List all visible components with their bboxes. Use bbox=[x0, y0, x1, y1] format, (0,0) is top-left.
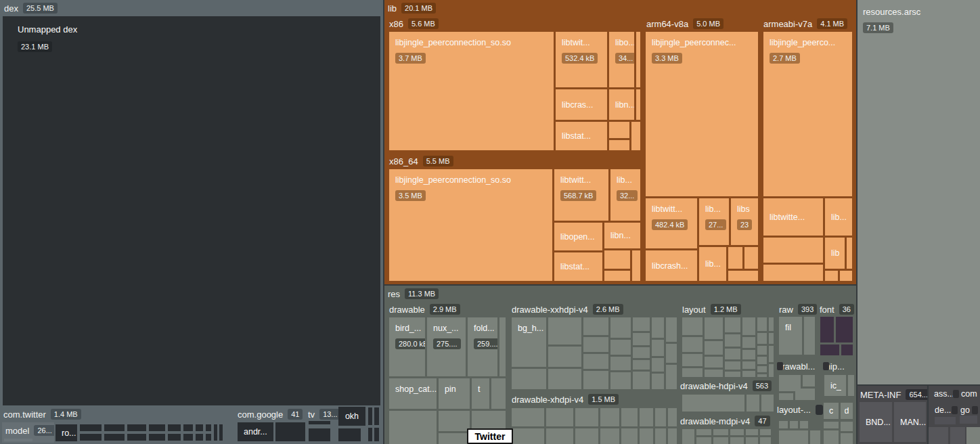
treemap-cell[interactable] bbox=[779, 430, 808, 444]
treemap-cell[interactable] bbox=[760, 429, 771, 435]
treemap-cell[interactable] bbox=[104, 424, 125, 431]
treemap-cell[interactable] bbox=[935, 417, 956, 424]
treemap-cell[interactable] bbox=[682, 368, 703, 377]
treemap-cell[interactable] bbox=[682, 337, 703, 352]
cell-x8664-libstat[interactable]: libstat... bbox=[554, 252, 602, 281]
treemap-cell[interactable] bbox=[439, 411, 470, 431]
treemap-cell[interactable] bbox=[600, 428, 619, 444]
cell-x8664-libjingle[interactable]: libjingle_peerconnection_so.so 3.5 MB bbox=[389, 169, 552, 281]
treemap-cell[interactable] bbox=[960, 416, 977, 424]
cell-shop-cat[interactable]: shop_cat... bbox=[389, 378, 437, 409]
treemap-cell[interactable] bbox=[4, 439, 32, 441]
treemap-cell[interactable] bbox=[575, 428, 598, 444]
treemap-cell[interactable] bbox=[728, 247, 742, 269]
treemap-cell[interactable] bbox=[769, 333, 774, 344]
treemap-cell[interactable] bbox=[600, 408, 619, 426]
treemap-cell[interactable] bbox=[512, 408, 544, 426]
treemap-cell[interactable] bbox=[760, 437, 771, 444]
treemap-cell[interactable] bbox=[548, 317, 581, 345]
treemap-cell[interactable] bbox=[803, 375, 815, 386]
treemap-cell[interactable] bbox=[640, 428, 653, 444]
treemap-cell[interactable] bbox=[744, 247, 758, 269]
treemap-cell[interactable] bbox=[950, 427, 965, 444]
treemap-cell[interactable] bbox=[666, 365, 677, 389]
region-raw-header[interactable]: raw 393 bbox=[779, 303, 817, 315]
treemap-cell[interactable] bbox=[636, 89, 640, 120]
cell-bird[interactable]: bird_... 280.0 kB bbox=[389, 317, 425, 376]
treemap-cell[interactable] bbox=[548, 369, 581, 389]
treemap-cell[interactable] bbox=[127, 424, 146, 431]
treemap-cell[interactable] bbox=[149, 424, 165, 431]
cell-arm64-libs[interactable]: libs 23 bbox=[731, 198, 758, 245]
cell-pin[interactable]: pin bbox=[439, 378, 470, 409]
treemap-cell[interactable] bbox=[633, 347, 650, 358]
region-lib-header[interactable]: lib 20.1 MB bbox=[388, 2, 436, 14]
treemap-cell[interactable] bbox=[742, 350, 755, 359]
treemap-cell[interactable] bbox=[583, 371, 608, 389]
treemap-cell[interactable] bbox=[769, 346, 774, 362]
region-mdpi-header[interactable]: drawable-mdpi-v4 47 bbox=[680, 415, 770, 427]
cell-arm64-lib2[interactable]: lib... bbox=[699, 247, 726, 281]
cell-ro[interactable]: ro... bbox=[55, 424, 77, 441]
treemap-cell[interactable] bbox=[609, 140, 629, 150]
treemap-cell[interactable] bbox=[652, 317, 664, 338]
treemap-cell[interactable] bbox=[655, 428, 666, 444]
treemap-cell[interactable] bbox=[929, 427, 948, 444]
cell-d[interactable]: d bbox=[841, 403, 853, 419]
treemap-cell[interactable] bbox=[666, 317, 677, 342]
cell-man[interactable]: MAN... bbox=[894, 402, 926, 442]
region-model[interactable]: model 26... bbox=[2, 422, 54, 443]
cell-x8664-libtwitt[interactable]: libtwitt... 568.7 kB bbox=[554, 169, 608, 221]
treemap-cell[interactable] bbox=[499, 317, 506, 376]
treemap-cell[interactable] bbox=[183, 424, 193, 431]
cell-andr[interactable]: andr... bbox=[238, 422, 273, 441]
treemap-cell[interactable] bbox=[633, 372, 650, 389]
treemap-cell[interactable] bbox=[652, 340, 664, 356]
treemap-cell[interactable] bbox=[275, 422, 305, 441]
treemap-cell[interactable] bbox=[548, 347, 581, 367]
treemap-cell[interactable] bbox=[610, 372, 631, 389]
treemap-cell[interactable] bbox=[682, 429, 694, 444]
treemap-cell[interactable] bbox=[168, 424, 181, 431]
treemap-cell[interactable] bbox=[206, 424, 211, 431]
cell-bnd[interactable]: BND... bbox=[860, 402, 892, 442]
region-hdpi-header[interactable]: drawable-hdpi-v4 563 bbox=[680, 380, 772, 392]
treemap-cell[interactable] bbox=[196, 434, 203, 441]
region-x86-64-header[interactable]: x86_64 5.5 MB bbox=[389, 155, 453, 167]
treemap-cell[interactable] bbox=[804, 317, 815, 355]
treemap-cell[interactable] bbox=[655, 408, 666, 426]
treemap-cell[interactable] bbox=[730, 429, 744, 435]
treemap-cell[interactable] bbox=[583, 337, 608, 352]
treemap-cell[interactable] bbox=[728, 271, 758, 281]
treemap-cell[interactable] bbox=[696, 429, 711, 435]
treemap-cell[interactable] bbox=[746, 437, 758, 444]
cell-x86-libjingle[interactable]: libjingle_peerconnection_so.so 3.7 MB bbox=[389, 32, 554, 150]
treemap-cell[interactable] bbox=[338, 428, 361, 441]
treemap-cell[interactable] bbox=[725, 349, 740, 359]
treemap-cell[interactable] bbox=[820, 345, 839, 355]
cell-armeabi-libtwitte[interactable]: libtwitte... bbox=[763, 198, 823, 236]
treemap-cell[interactable] bbox=[309, 421, 330, 424]
region-xhdpi-header[interactable]: drawable-xhdpi-v4 1.5 MB bbox=[512, 393, 619, 405]
treemap-cell[interactable] bbox=[636, 32, 640, 87]
treemap-cell[interactable] bbox=[633, 317, 650, 331]
treemap-cell[interactable] bbox=[696, 437, 711, 444]
treemap-cell[interactable] bbox=[604, 250, 630, 269]
treemap-cell[interactable] bbox=[389, 411, 437, 444]
treemap-cell[interactable] bbox=[757, 366, 767, 372]
treemap-cell[interactable] bbox=[575, 408, 598, 426]
treemap-cell[interactable] bbox=[368, 407, 372, 425]
treemap-cell[interactable] bbox=[730, 437, 744, 444]
treemap-cell[interactable] bbox=[742, 361, 755, 369]
treemap-cell[interactable] bbox=[652, 358, 664, 372]
cell-armeabi-libjingle[interactable]: libjingle_peerco... 2.7 MB bbox=[763, 32, 852, 196]
treemap-cell[interactable] bbox=[127, 434, 146, 441]
treemap-cell[interactable] bbox=[196, 424, 203, 431]
treemap-cell[interactable] bbox=[512, 428, 544, 444]
cell-armeabi-lib[interactable]: lib... bbox=[825, 198, 852, 236]
region-res[interactable]: res 11.3 MB drawable 2.9 MB bird_... 280… bbox=[384, 286, 856, 444]
treemap-cell[interactable] bbox=[682, 395, 744, 412]
treemap-cell[interactable] bbox=[633, 333, 650, 345]
treemap-cell[interactable] bbox=[512, 369, 546, 389]
treemap-cell[interactable] bbox=[763, 238, 823, 263]
